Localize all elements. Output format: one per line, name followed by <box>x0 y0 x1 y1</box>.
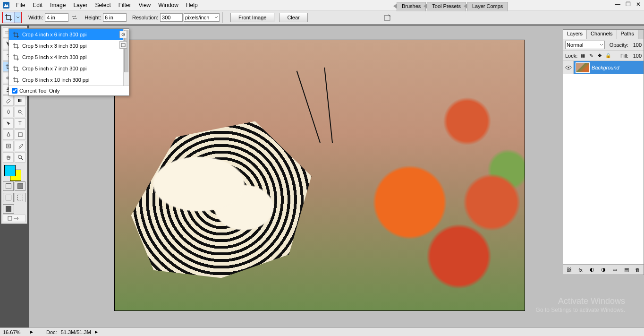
svg-rect-18 <box>8 216 12 220</box>
crop-icon <box>12 42 19 50</box>
chevron-down-icon[interactable] <box>14 12 21 23</box>
options-bar: Width: Height: Resolution: pixels/inch F… <box>0 10 644 25</box>
close-button[interactable]: ✕ <box>635 1 642 8</box>
svg-point-22 <box>568 67 569 69</box>
hand-tool[interactable] <box>3 152 14 163</box>
menu-help[interactable]: Help <box>182 1 202 9</box>
current-tool-only-checkbox[interactable] <box>12 88 17 94</box>
layer-mask-icon[interactable]: ◐ <box>588 267 596 273</box>
tool-preset-picker[interactable] <box>2 12 22 23</box>
opacity-value[interactable]: 100 <box>630 42 642 48</box>
svg-rect-1 <box>384 16 390 20</box>
svg-rect-20 <box>121 43 125 47</box>
layer-row[interactable]: Background <box>563 61 644 74</box>
visibility-toggle[interactable] <box>563 61 574 74</box>
gradient-tool[interactable] <box>15 95 25 106</box>
svg-line-17 <box>21 158 23 160</box>
eyedropper-tool[interactable] <box>15 141 25 151</box>
zoom-level[interactable]: 16.67% <box>3 329 26 335</box>
new-preset-button[interactable] <box>119 41 127 49</box>
document-canvas[interactable] <box>114 40 525 311</box>
lock-pixels-icon[interactable]: ✎ <box>588 52 594 59</box>
color-swatches[interactable] <box>3 164 27 180</box>
separator <box>222 12 223 23</box>
zoom-flyout-icon[interactable]: ▶ <box>30 330 33 334</box>
layer-thumbnail <box>576 62 590 73</box>
blend-mode-value: Normal <box>567 42 583 48</box>
screen-mode-full-menubar[interactable] <box>15 193 25 202</box>
zoom-tool[interactable] <box>15 152 25 163</box>
menu-bar: File Edit Image Layer Select Filter View… <box>0 0 644 10</box>
adjustment-layer-icon[interactable]: ◑ <box>600 267 607 273</box>
swap-dimensions-icon[interactable] <box>71 14 78 21</box>
screen-mode-standard[interactable] <box>3 193 14 202</box>
lock-position-icon[interactable]: ✥ <box>596 52 603 59</box>
menu-view[interactable]: View <box>135 1 154 9</box>
preset-item[interactable]: Crop 4 inch x 6 inch 300 ppi <box>9 29 129 40</box>
tab-channels[interactable]: Channels <box>587 30 617 39</box>
path-select-tool[interactable] <box>3 118 14 129</box>
menu-window[interactable]: Window <box>154 1 182 9</box>
flyout-menu-button[interactable] <box>119 31 127 38</box>
blur-tool[interactable] <box>3 107 14 117</box>
menu-file[interactable]: File <box>12 1 29 9</box>
blend-mode-select[interactable]: Normal <box>565 41 605 49</box>
group-icon[interactable]: ▭ <box>611 267 619 273</box>
menu-image[interactable]: Image <box>46 1 69 9</box>
doc-info-flyout-icon[interactable]: ▶ <box>95 330 98 334</box>
preset-item[interactable]: Crop 5 inch x 7 inch 300 ppi <box>9 63 129 74</box>
preset-item[interactable]: Crop 5 inch x 4 inch 300 ppi <box>9 52 129 63</box>
svg-point-16 <box>18 155 21 159</box>
menu-select[interactable]: Select <box>91 1 114 9</box>
link-layers-icon[interactable]: ⛓ <box>565 267 573 273</box>
front-image-button[interactable]: Front Image <box>230 13 274 22</box>
dock-tab-tool-presets[interactable]: Tool Presets <box>427 2 466 11</box>
preset-item[interactable]: Crop 5 inch x 3 inch 300 ppi <box>9 40 129 52</box>
quickmask-mode-button[interactable] <box>15 181 25 191</box>
fill-value[interactable]: 100 <box>630 53 642 59</box>
document-image <box>115 40 525 310</box>
workspace-switcher-icon[interactable] <box>382 12 394 23</box>
delete-layer-icon[interactable]: 🗑 <box>634 267 642 273</box>
eraser-tool[interactable] <box>3 95 14 106</box>
preset-label: Crop 5 inch x 3 inch 300 ppi <box>22 43 86 49</box>
preset-item[interactable]: Crop 8 inch x 10 inch 300 ppi <box>9 74 129 86</box>
tab-paths[interactable]: Paths <box>617 30 638 39</box>
resolution-unit-value: pixels/inch <box>185 15 209 20</box>
jump-to-imageready[interactable] <box>3 215 25 222</box>
preset-label: Crop 8 inch x 10 inch 300 ppi <box>22 77 89 83</box>
width-label: Width: <box>28 15 43 20</box>
foreground-color-swatch[interactable] <box>4 165 16 176</box>
menu-filter[interactable]: Filter <box>115 1 135 9</box>
screen-mode-full[interactable] <box>3 204 14 214</box>
lock-all-icon[interactable]: 🔒 <box>605 52 611 59</box>
eye-icon <box>565 64 572 71</box>
menu-layer[interactable]: Layer <box>69 1 91 9</box>
dock-tab-layer-comps[interactable]: Layer Comps <box>467 2 508 11</box>
width-input[interactable] <box>45 13 68 22</box>
menu-edit[interactable]: Edit <box>29 1 46 9</box>
svg-rect-13 <box>7 144 10 148</box>
chevron-down-icon <box>600 43 603 47</box>
new-layer-icon[interactable]: ▤ <box>623 267 630 273</box>
image-decoration <box>297 71 321 143</box>
current-tool-only-label: Current Tool Only <box>19 88 59 94</box>
notes-tool[interactable] <box>3 141 14 151</box>
tab-layers[interactable]: Layers <box>563 30 587 39</box>
resolution-input[interactable] <box>160 13 183 22</box>
shape-tool[interactable] <box>15 129 25 140</box>
resolution-unit-select[interactable]: pixels/inch <box>184 13 220 22</box>
type-tool[interactable]: T <box>15 118 25 129</box>
dock-tab-brushes[interactable]: Brushes <box>397 2 426 11</box>
clear-button[interactable]: Clear <box>279 13 307 22</box>
dodge-tool[interactable] <box>15 107 25 117</box>
maximize-button[interactable]: ❐ <box>624 1 632 8</box>
resolution-label: Resolution: <box>132 15 158 20</box>
minimize-button[interactable]: — <box>614 1 621 8</box>
height-input[interactable] <box>103 13 127 22</box>
lock-transparency-icon[interactable]: ▦ <box>579 52 586 59</box>
pen-tool[interactable] <box>3 129 14 140</box>
standard-mode-button[interactable] <box>3 181 14 191</box>
dock-tabs: Brushes Tool Presets Layer Comps <box>397 2 509 11</box>
layer-style-icon[interactable]: fx <box>576 267 584 273</box>
